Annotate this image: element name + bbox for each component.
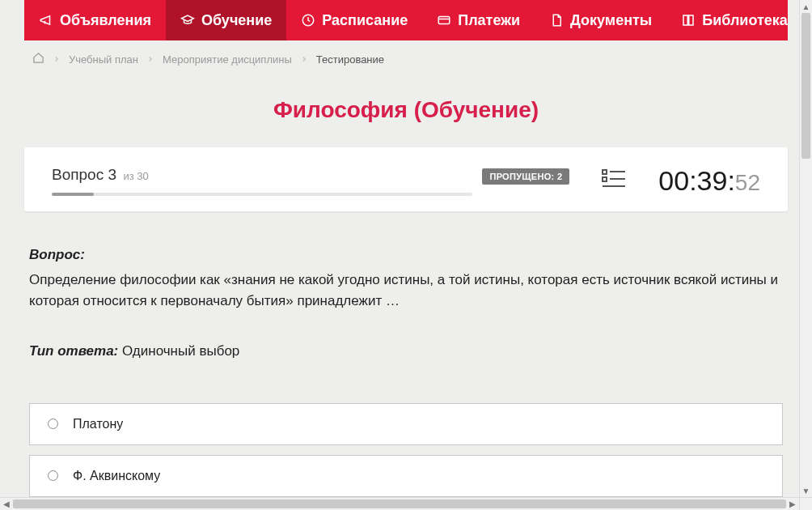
question-total: из 30 (123, 170, 148, 182)
chevron-right-icon (300, 55, 308, 63)
nav-payments[interactable]: Платежи (422, 0, 535, 40)
option-item[interactable]: Платону (29, 403, 783, 445)
question-heading: Вопрос: (29, 247, 783, 263)
timer-seconds: 52 (735, 170, 760, 196)
option-label: Ф. Аквинскому (73, 469, 160, 483)
megaphone-icon (39, 13, 53, 28)
radio-icon (48, 470, 58, 481)
breadcrumb: Учебный план Мероприятие дисциплины Тест… (24, 40, 788, 74)
nav-education[interactable]: Обучение (166, 0, 286, 40)
answer-type-row: Тип ответа: Одиночный выбор (29, 343, 783, 359)
svg-rect-2 (603, 170, 607, 174)
page-title: Философия (Обучение) (24, 74, 788, 147)
breadcrumb-link[interactable]: Мероприятие дисциплины (163, 53, 292, 66)
answer-type-value: Одиночный выбор (122, 343, 239, 359)
nav-label: Расписание (322, 12, 408, 29)
nav-label: Объявления (60, 12, 151, 29)
option-label: Платону (73, 417, 123, 431)
nav-documents[interactable]: Документы (535, 0, 666, 40)
scroll-up-arrow-icon[interactable]: ▲ (800, 0, 813, 13)
scroll-thumb[interactable] (801, 13, 810, 159)
chevron-right-icon (53, 55, 61, 63)
progress-fill (52, 193, 94, 196)
nav-label: Платежи (458, 12, 520, 29)
horizontal-scrollbar[interactable]: ◀ ▶ (0, 497, 799, 510)
svg-rect-4 (603, 177, 607, 181)
vertical-scrollbar[interactable]: ▲ ▼ (799, 0, 812, 497)
book-icon (681, 13, 696, 28)
nav-schedule[interactable]: Расписание (286, 0, 422, 40)
nav-library[interactable]: Библиотека (666, 0, 812, 40)
nav-label: Документы (570, 12, 652, 29)
top-nav: Объявления Обучение Расписание Платежи Д… (24, 0, 788, 40)
chevron-right-icon (146, 55, 154, 63)
question-text: Определение философии как «знания не как… (29, 270, 783, 312)
nav-announcements[interactable]: Объявления (24, 0, 166, 40)
timer-main: 00:39: (658, 165, 735, 197)
answer-type-label: Тип ответа: (29, 343, 118, 359)
option-item[interactable]: Ф. Аквинскому (29, 455, 783, 497)
scroll-right-arrow-icon[interactable]: ▶ (786, 498, 799, 511)
document-icon (549, 13, 564, 28)
skipped-badge: ПРОПУЩЕНО: 2 (482, 168, 569, 185)
question-list-button[interactable] (569, 168, 658, 194)
status-card: Вопрос 3 из 30 ПРОПУЩЕНО: 2 00:39:52 (24, 147, 788, 211)
card-icon (437, 13, 451, 28)
timer: 00:39:52 (658, 165, 760, 197)
nav-label: Обучение (201, 12, 272, 29)
radio-icon (48, 419, 58, 429)
scroll-down-arrow-icon[interactable]: ▼ (800, 484, 813, 497)
breadcrumb-current: Тестирование (316, 53, 384, 66)
nav-label: Библиотека (702, 12, 788, 29)
scroll-left-arrow-icon[interactable]: ◀ (0, 498, 13, 511)
question-number: Вопрос 3 (52, 166, 116, 183)
scrollbar-corner (799, 497, 812, 510)
breadcrumb-link[interactable]: Учебный план (69, 53, 138, 66)
clock-icon (301, 13, 315, 28)
options-list: Платону Ф. Аквинскому (24, 403, 788, 497)
graduation-cap-icon (180, 13, 195, 28)
scroll-thumb[interactable] (13, 499, 786, 508)
progress-bar (52, 193, 472, 196)
question-body: Вопрос: Определение философии как «знани… (24, 211, 788, 359)
home-icon[interactable] (32, 52, 44, 66)
svg-rect-1 (438, 17, 450, 24)
